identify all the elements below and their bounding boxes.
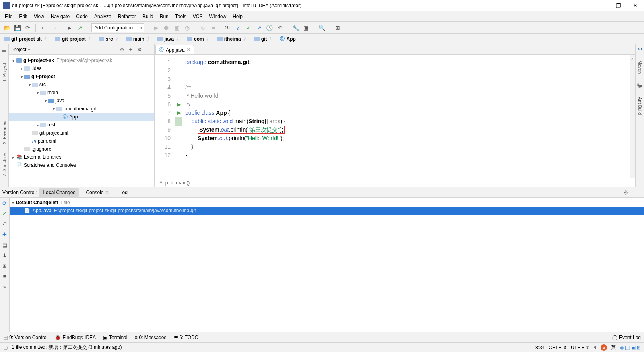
- run-method-icon[interactable]: ▶: [175, 109, 182, 117]
- open-icon[interactable]: 📂: [2, 23, 11, 32]
- save-icon[interactable]: 💾: [13, 23, 22, 32]
- coverage-icon[interactable]: ▣: [172, 23, 181, 32]
- run-icon[interactable]: ▶: [151, 23, 160, 32]
- menu-edit[interactable]: Edit: [17, 13, 30, 20]
- close-button[interactable]: ✕: [630, 1, 641, 10]
- forward-icon[interactable]: →: [50, 23, 58, 32]
- crumb-1[interactable]: git-project〉: [52, 35, 95, 43]
- tab-console[interactable]: Console ✕: [82, 188, 113, 197]
- btn-event-log[interactable]: ◯ Event Log: [612, 335, 641, 340]
- btn-findbugs[interactable]: 🐞 FindBugs-IDEA: [55, 335, 96, 340]
- tray-icons[interactable]: ◎ ◫ ▣ ⊞: [620, 345, 641, 350]
- profile-icon[interactable]: ◔: [183, 23, 192, 32]
- diff-icon[interactable]: ▤: [2, 242, 8, 248]
- pair-icon[interactable]: ⊞: [333, 23, 342, 32]
- menu-build[interactable]: Build: [140, 13, 156, 20]
- scroll-from-icon[interactable]: ⊕: [119, 46, 125, 53]
- tab-log[interactable]: Log: [116, 188, 132, 197]
- more-icon[interactable]: »: [2, 284, 8, 290]
- editor-breadcrumbs[interactable]: App›main(): [155, 178, 635, 187]
- collapse-all-icon[interactable]: ≑: [128, 46, 134, 53]
- git-update-icon[interactable]: ↙: [234, 23, 243, 32]
- code-area[interactable]: package com.itheima.git; /** * Hello wor…: [182, 55, 630, 178]
- menu-help[interactable]: Help: [230, 13, 245, 20]
- expand-icon[interactable]: ≡: [2, 273, 8, 280]
- search-icon[interactable]: 🔍: [318, 23, 326, 32]
- back-icon[interactable]: ←: [39, 23, 48, 32]
- crumb-6[interactable]: itheima〉: [215, 35, 251, 43]
- group-icon[interactable]: ⊞: [2, 263, 8, 269]
- menu-run[interactable]: Run: [157, 13, 171, 20]
- changed-file-row[interactable]: 📄App.javaE:\project-sk\git-project-sk\gi…: [10, 207, 644, 215]
- tab-maven[interactable]: Maven: [638, 59, 642, 75]
- tab-local-changes[interactable]: Local Changes: [39, 188, 79, 197]
- btn-terminal[interactable]: ▣ Terminal: [103, 335, 127, 340]
- shelve-icon[interactable]: ⬇: [2, 253, 8, 259]
- menu-file[interactable]: File: [2, 13, 15, 20]
- btn-todo[interactable]: ≣ 6: TODO: [174, 335, 199, 340]
- new-changelist-icon[interactable]: ✚: [2, 232, 8, 238]
- menu-analyze[interactable]: Analyze: [92, 13, 114, 20]
- hide-icon[interactable]: —: [145, 46, 152, 53]
- stop-icon[interactable]: ■: [209, 23, 218, 32]
- left-collapse-icon[interactable]: ▤: [0, 46, 9, 55]
- changes-list[interactable]: ▾Default Changelist1 file 📄App.javaE:\pr…: [10, 198, 644, 332]
- status-message: 1 file committed: 新增：第二次提交 (3 minutes ag…: [12, 344, 122, 351]
- rollback-icon[interactable]: ↶: [2, 221, 8, 228]
- phone-icon[interactable]: ▸: [65, 23, 74, 32]
- menu-refactor[interactable]: Refactor: [116, 13, 138, 20]
- crumb-2[interactable]: src〉: [96, 35, 123, 43]
- crumb-4[interactable]: java〉: [155, 35, 184, 43]
- status-square-icon[interactable]: ▢: [3, 345, 8, 350]
- panel-hide-icon[interactable]: —: [633, 188, 642, 197]
- indent[interactable]: 4: [594, 345, 597, 350]
- navigation-bar: git-project-sk〉 git-project〉 src〉 main〉 …: [0, 34, 644, 44]
- close-tab-icon[interactable]: ✕: [187, 47, 190, 52]
- minimize-button[interactable]: ─: [596, 1, 607, 10]
- menu-vcs[interactable]: VCS: [190, 13, 205, 20]
- crumb-8[interactable]: ⓒApp: [277, 35, 298, 43]
- commit-icon[interactable]: ✓: [2, 211, 8, 217]
- run-class-icon[interactable]: ▶: [175, 100, 182, 109]
- tray-ime-icon[interactable]: S: [601, 344, 607, 351]
- crumb-7[interactable]: git〉: [252, 35, 277, 43]
- crumb-3[interactable]: main〉: [124, 35, 154, 43]
- refresh-icon[interactable]: ⟳: [2, 200, 8, 207]
- git-revert-icon[interactable]: ↶: [276, 23, 285, 32]
- attach-icon[interactable]: ⎋: [198, 23, 207, 32]
- menu-navigate[interactable]: Navigate: [48, 13, 72, 20]
- tray-lang[interactable]: 英: [611, 344, 616, 351]
- git-history-icon[interactable]: 🕓: [265, 23, 274, 32]
- hammer-icon[interactable]: ↗: [76, 23, 85, 32]
- sync-icon[interactable]: ⟳: [23, 23, 32, 32]
- git-commit-icon[interactable]: ✓: [244, 23, 253, 32]
- gear-icon[interactable]: ⚙: [136, 46, 143, 53]
- maximize-button[interactable]: ❐: [613, 1, 624, 10]
- panel-gear-icon[interactable]: ⚙: [621, 188, 630, 197]
- tab-project[interactable]: 1: Project: [2, 61, 7, 83]
- changelist-header[interactable]: ▾Default Changelist1 file: [10, 199, 644, 207]
- tab-structure[interactable]: 7: Structure: [2, 152, 7, 178]
- tab-ant[interactable]: Ant Build: [638, 95, 642, 116]
- menu-tools[interactable]: Tools: [173, 13, 189, 20]
- crumb-5[interactable]: com〉: [184, 35, 214, 43]
- btn-messages[interactable]: ≡ 0: Messages: [134, 335, 166, 340]
- btn-version-control[interactable]: ▤ 9: Version Control: [3, 335, 47, 340]
- project-tree[interactable]: ▾git-project-skE:\project-sk\git-project…: [9, 55, 154, 187]
- settings-icon[interactable]: 🔧: [291, 23, 300, 32]
- git-compare-icon[interactable]: ↗: [255, 23, 264, 32]
- menu-window[interactable]: Window: [206, 13, 229, 20]
- debug-icon[interactable]: ⬢: [162, 23, 171, 32]
- run-config-combo[interactable]: Add Configuration...: [91, 23, 144, 32]
- menu-code[interactable]: Code: [74, 13, 90, 20]
- caret-position[interactable]: 8:34: [535, 345, 545, 350]
- ant-icon: 🐜: [637, 83, 643, 88]
- tab-favorites[interactable]: 2: Favorites: [2, 119, 7, 145]
- line-separator[interactable]: CRLF ⇕: [549, 345, 567, 350]
- project-view-label[interactable]: Project: [11, 47, 26, 52]
- structure-icon[interactable]: ▣: [302, 23, 311, 32]
- editor-tab-app[interactable]: ⓒApp.java✕: [155, 45, 194, 54]
- crumb-0[interactable]: git-project-sk〉: [2, 35, 52, 43]
- menu-view[interactable]: View: [31, 13, 47, 20]
- file-encoding[interactable]: UTF-8 ⇕: [571, 345, 590, 350]
